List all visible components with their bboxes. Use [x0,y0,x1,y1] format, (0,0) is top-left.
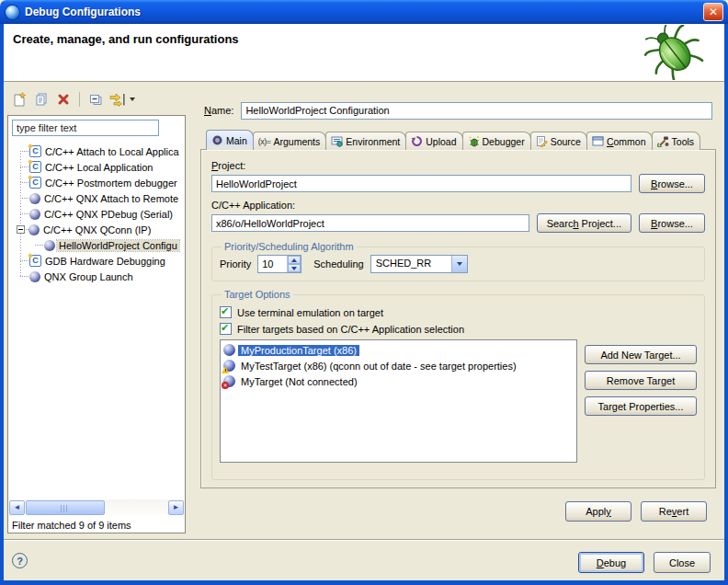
remove-target-button[interactable]: Remove Target [585,371,697,390]
scheduling-label: Scheduling [313,258,363,270]
close-window-button[interactable]: ✕ [703,3,723,21]
dropdown-chevron-icon[interactable] [451,256,467,272]
debugger-tab-icon [468,135,480,147]
project-input[interactable] [211,175,631,192]
delete-configuration-icon[interactable] [53,90,74,109]
application-browse-button[interactable]: Browse... [639,213,705,233]
c-application-icon: C [29,145,41,157]
filter-input[interactable] [12,120,159,136]
revert-button[interactable]: Revert [641,501,707,522]
new-configuration-icon[interactable] [9,90,29,109]
terminal-emulation-checkbox[interactable] [220,306,232,318]
target-list[interactable]: MyProductionTarget (x86) MyTestTarget (x… [220,339,577,463]
project-label: Project: [211,160,705,171]
target-disconnected-icon: ✕ [223,375,235,387]
apply-revert-row: Apply Revert [200,501,716,522]
qnx-sphere-icon [44,240,55,251]
collapse-expander-icon[interactable] [17,225,25,234]
main-tab-icon [211,134,223,146]
dialog-header-title: Create, manage, and run configurations [13,32,239,46]
window-border [0,580,728,585]
target-item-production[interactable]: MyProductionTarget (x86) [222,342,575,358]
qnx-sphere-icon [29,271,40,282]
target-item-mytarget[interactable]: ✕ MyTarget (Not connected) [222,373,575,389]
tree-item-qnx-pdebug-serial[interactable]: C/C++ QNX PDebug (Serial) [8,206,185,222]
priority-scheduling-group: Priority/Scheduling Algorithm Priority S… [211,241,705,281]
tools-tab-icon [657,135,669,147]
priority-input[interactable] [258,256,287,272]
window-border [0,24,4,585]
target-warning-icon [223,360,235,372]
scheduling-dropdown[interactable]: SCHED_RR [370,255,468,273]
tab-arguments[interactable]: (x)= Arguments [253,132,327,150]
name-input[interactable] [241,102,712,120]
add-new-target-button[interactable]: Add New Target... [585,345,697,364]
footer-buttons: Debug Close [578,552,711,573]
target-options-group-title: Target Options [222,289,293,300]
scroll-right-arrow-icon[interactable]: ► [168,500,184,515]
tab-debugger[interactable]: Debugger [462,132,531,150]
tree-item-qnx-qconn-ip[interactable]: C/C++ QNX QConn (IP) [8,222,185,237]
target-buttons: Add New Target... Remove Target Target P… [585,339,697,416]
tree-item-qnx-group-launch[interactable]: QNX Group Launch [8,269,185,284]
upload-tab-icon [411,135,423,147]
scroll-left-arrow-icon[interactable]: ◄ [9,500,25,515]
name-label: Name: [204,105,233,116]
debug-beetle-icon [643,25,704,80]
target-properties-button[interactable]: Target Properties... [585,396,697,416]
tree-horizontal-scrollbar[interactable]: ◄ ► [9,499,184,515]
filter-targets-checkbox[interactable] [220,323,232,335]
tab-upload[interactable]: Upload [405,132,462,150]
scrollbar-track[interactable] [25,500,168,515]
scrollbar-thumb[interactable] [26,500,105,515]
priority-scheduling-group-title: Priority/Scheduling Algorithm [222,241,357,252]
tree-item-gdb-hardware-debugging[interactable]: C GDB Hardware Debugging [8,253,185,269]
tab-bar: Main (x)= Arguments Environment Upload D… [206,130,700,150]
c-application-icon: C [29,177,41,189]
configurations-panel: C C/C++ Attach to Local Applica C C/C++ … [7,115,186,533]
tree-item-qnx-attach-remote[interactable]: C/C++ QNX Attach to Remote [8,190,185,206]
collapse-all-icon[interactable] [85,90,106,109]
tab-environment[interactable]: Environment [325,132,406,150]
tree-item-cpp-attach-local[interactable]: C C/C++ Attach to Local Applica [8,143,185,159]
filter-status-text: Filter matched 9 of 9 items [12,520,131,531]
application-icon [6,6,19,19]
target-item-test[interactable]: MyTestTarget (x86) (qconn out of date - … [222,358,575,373]
window-title: Debug Configurations [25,6,141,18]
filter-targets-label: Filter targets based on C/C++ Applicatio… [237,324,464,335]
tree-item-cpp-local-application[interactable]: C C/C++ Local Application [8,159,185,175]
scheduling-value: SCHED_RR [371,256,451,272]
tab-common[interactable]: Common [586,132,653,150]
application-label: C/C++ Application: [211,200,705,211]
tree-item-helloworld-configuration[interactable]: HelloWorldProject Configu [8,237,185,253]
priority-up-arrow-icon[interactable] [288,256,301,264]
tab-main[interactable]: Main [206,130,254,150]
environment-tab-icon [331,135,343,147]
qnx-sphere-icon [28,224,40,235]
qnx-sphere-icon [29,193,40,204]
common-tab-icon [592,135,604,147]
configurations-toolbar [9,87,137,111]
source-tab-icon [536,135,548,147]
help-icon[interactable]: ? [12,553,28,568]
titlebar[interactable]: Debug Configurations ✕ [0,0,728,24]
tab-tools[interactable]: Tools [652,132,701,150]
search-project-button[interactable]: Search Project... [537,213,631,233]
debug-button[interactable]: Debug [578,552,644,573]
tree-item-cpp-postmortem[interactable]: C C/C++ Postmortem debugger [8,175,185,190]
target-sphere-icon [223,344,235,356]
priority-stepper[interactable] [257,255,301,273]
filter-configurations-icon[interactable] [108,90,137,109]
close-button[interactable]: Close [654,552,711,573]
project-browse-button[interactable]: Browse... [639,174,705,193]
duplicate-configuration-icon[interactable] [31,90,51,109]
priority-down-arrow-icon[interactable] [288,264,301,272]
filter-dropdown-arrow-icon [130,98,135,101]
toolbar-separator [79,92,80,107]
tab-source[interactable]: Source [530,132,587,150]
apply-button[interactable]: Apply [565,501,631,522]
c-application-icon: C [29,255,41,267]
window-border [724,24,728,585]
configurations-tree: C C/C++ Attach to Local Applica C C/C++ … [8,143,185,499]
application-input[interactable] [211,214,529,232]
